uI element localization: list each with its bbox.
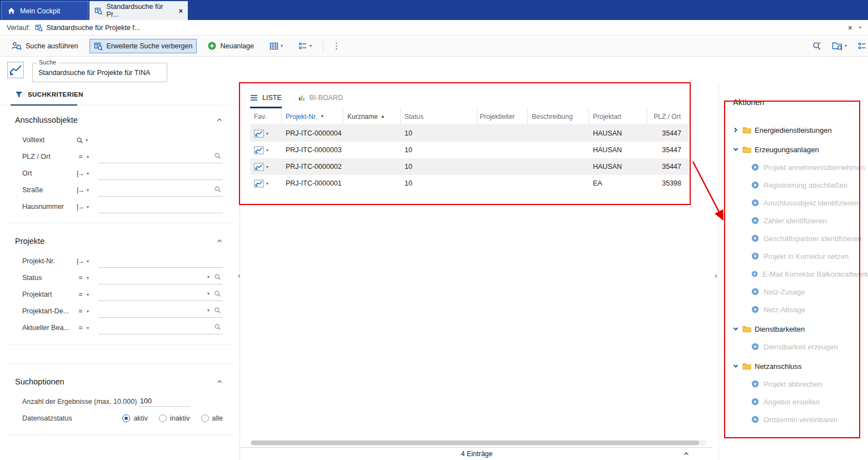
operator-dropdown[interactable]: = ▾ [76, 291, 98, 298]
tab-suchkriterien[interactable]: SUCHKRITERIEN [0, 83, 240, 106]
operator-dropdown[interactable]: |→ ▾ [76, 186, 98, 194]
search-favorite-icon[interactable] [812, 41, 821, 51]
scrollbar-thumb[interactable] [251, 441, 699, 445]
magnifier-icon[interactable] [214, 290, 221, 297]
group-header-anschlussobjekte[interactable]: Anschlussobjekte [15, 113, 223, 127]
search-name-field[interactable]: Suche Standardsuche für Projekte für TIN… [32, 63, 167, 82]
column-header-projektleiter[interactable]: Projektleiter [477, 108, 528, 124]
action-zaehler-identifizieren[interactable]: Zähler identifizieren [719, 212, 868, 229]
column-header-fav[interactable]: Fav. [250, 108, 282, 124]
action-projekt-abbrechen[interactable]: Projekt abbrechen [719, 375, 868, 393]
action-netz-zusage[interactable]: Netz-Zusage [719, 283, 868, 301]
action-dienstbarkeit-erzeugen[interactable]: Dienstbarkeit erzeugen [719, 338, 868, 356]
close-tab-icon[interactable]: × [178, 7, 183, 15]
ort-input[interactable] [98, 167, 223, 180]
run-search-button[interactable]: Suche ausführen [7, 38, 83, 53]
radio-inaktiv[interactable]: inaktiv [159, 414, 189, 422]
magnifier-icon[interactable] [214, 186, 221, 193]
more-options-icon[interactable]: ⋮ [330, 41, 343, 51]
toggle-advanced-search-button[interactable]: Erweiterte Suche verbergen [89, 39, 197, 53]
collapse-right-panel-handle[interactable]: › [715, 272, 717, 279]
column-header-projektart[interactable]: Projektart [589, 108, 647, 124]
fulltext-operator-dropdown[interactable]: ▾ [76, 137, 98, 144]
row-chart-menu[interactable]: ▾ [254, 179, 268, 188]
table-row[interactable]: ▾ PRJ-ITC-0000002 10 HAUSAN 35447 [250, 158, 689, 175]
projektart-detail-input[interactable]: ▾ [98, 304, 223, 318]
operator-dropdown[interactable]: |→ ▾ [76, 169, 98, 177]
tree-folder-netzanschluss[interactable]: Netzanschluss [719, 357, 868, 375]
row-chart-menu[interactable]: ▾ [254, 129, 268, 138]
operator-dropdown[interactable]: = ▾ [76, 153, 98, 161]
magnifier-icon[interactable] [214, 273, 221, 281]
chevron-right-icon[interactable] [732, 127, 739, 133]
caret-down-icon[interactable]: ▾ [859, 25, 861, 30]
chevron-up-icon[interactable] [683, 451, 690, 457]
row-chart-menu[interactable]: ▾ [254, 146, 268, 154]
action-projekt-in-korrektur[interactable]: Projekt in Korrektur setzen [719, 247, 868, 265]
tab-liste[interactable]: LISTE [250, 94, 282, 108]
projektart-input[interactable]: ▾ [98, 288, 223, 301]
horizontal-scrollbar[interactable] [250, 440, 707, 446]
projekt-nr-input[interactable] [98, 254, 223, 268]
tab-standardsuche[interactable]: Standardsuche für Pr... × [89, 1, 188, 20]
magnifier-icon[interactable] [214, 323, 221, 331]
magnifier-icon[interactable] [214, 152, 221, 159]
max-results-input[interactable]: 100 [139, 397, 190, 407]
magnifier-icon[interactable] [214, 307, 221, 314]
operator-dropdown[interactable]: = ▾ [76, 274, 98, 282]
action-anschlussobjekt-identifizieren[interactable]: Anschlussobjekt identifizieren [719, 194, 868, 212]
dropdown-caret-icon[interactable]: ▾ [207, 291, 209, 296]
row-chart-menu[interactable]: ▾ [254, 163, 268, 171]
chevron-up-icon[interactable] [216, 238, 223, 244]
clipped-toolbar-icon[interactable] [857, 42, 867, 51]
aktueller-bearbeiter-input[interactable] [98, 321, 223, 334]
chevron-down-icon[interactable] [732, 146, 739, 153]
action-angebot-erstellen[interactable]: Angebot erstellen [719, 393, 868, 411]
tab-mein-cockpit[interactable]: Mein Cockpit [1, 1, 88, 20]
group-header-suchoptionen[interactable]: Suchoptionen [15, 374, 223, 389]
collapse-left-panel-handle[interactable]: ‹ [238, 272, 241, 279]
strasse-input[interactable] [98, 183, 223, 197]
table-row[interactable]: ▾ PRJ-ITC-0000004 10 HAUSAN 35447 [250, 125, 689, 142]
action-geschaeftspartner-identifizieren[interactable]: Geschäftspartner identifizieren [719, 229, 868, 247]
chevron-up-icon[interactable] [216, 117, 223, 123]
action-email-korrektur-balkonkraftwerk[interactable]: E-Mail Korrektur Balkonkraftwerk [719, 265, 868, 283]
tree-folder-dienstbarkeiten[interactable]: Dienstbarkeiten [719, 320, 868, 338]
column-header-beschreibung[interactable]: Beschreibung [528, 108, 589, 124]
tree-folder-erzeugungsanlagen[interactable]: Erzeugungsanlagen [719, 141, 868, 158]
table-row[interactable]: ▾ PRJ-ITC-0000003 10 HAUSAN 35447 [250, 142, 689, 158]
table-row[interactable]: ▾ PRJ-ITC-0000001 10 EA 35398 [250, 175, 689, 192]
action-ortstermin-vereinbaren[interactable]: Ortstermin vereinbaren [719, 411, 868, 428]
dropdown-caret-icon[interactable]: ▾ [207, 308, 209, 313]
close-history-icon[interactable]: × [848, 23, 852, 32]
action-netz-absage[interactable]: Netz-Absage [719, 301, 868, 318]
new-entry-button[interactable]: Neuanlage [203, 39, 258, 53]
chevron-down-icon[interactable] [732, 363, 739, 369]
radio-alle[interactable]: alle [201, 414, 223, 422]
tree-folder-energiedienstleistungen[interactable]: Energiedienstleistungen [719, 121, 868, 139]
operator-dropdown[interactable]: |→ ▾ [76, 203, 98, 211]
radio-aktiv[interactable]: aktiv [122, 414, 148, 422]
operator-dropdown[interactable]: = ▾ [76, 307, 98, 315]
tab-bi-board[interactable]: BI-BOARD [298, 94, 343, 108]
board-view-button[interactable]: ▾ [294, 39, 316, 53]
dropdown-caret-icon[interactable]: ▾ [207, 274, 209, 279]
operator-dropdown[interactable]: = ▾ [76, 324, 98, 332]
operator-dropdown[interactable]: |→ ▾ [76, 257, 98, 265]
status-input[interactable]: ▾ [98, 271, 223, 284]
plz-ort-input[interactable] [98, 150, 223, 163]
action-projekt-annehmen[interactable]: Projekt annehmen/übernehmen [719, 158, 868, 176]
column-header-status[interactable]: Status [401, 108, 477, 124]
history-entry[interactable]: Standardsuche für Projekte f... [35, 24, 140, 32]
chart-preview-icon[interactable] [7, 62, 24, 78]
column-header-plz-ort[interactable]: PLZ / Ort [647, 108, 689, 124]
chevron-down-icon[interactable] [732, 326, 739, 332]
chevron-up-icon[interactable] [216, 378, 223, 385]
column-header-kurzname[interactable]: Kurzname ▲ [343, 108, 401, 124]
hausnummer-input[interactable] [98, 200, 223, 213]
folder-search-button[interactable]: ▾ [830, 38, 849, 53]
group-header-projekte[interactable]: Projekte [15, 234, 223, 248]
table-view-button[interactable]: ▾ [265, 39, 287, 53]
column-header-projekt-nr[interactable]: Projekt-Nr. ▼ [282, 108, 343, 124]
action-registrierung-abschliessen[interactable]: Registrierung abschließen [719, 176, 868, 194]
